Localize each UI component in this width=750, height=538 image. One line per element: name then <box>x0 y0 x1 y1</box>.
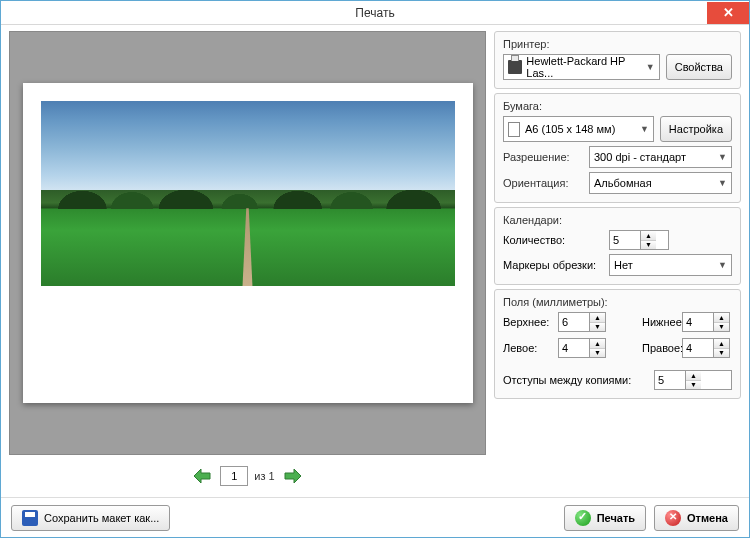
margin-bottom-spinner[interactable]: ▲▼ <box>682 312 730 332</box>
printer-select[interactable]: Hewlett-Packard HP Las... ▼ <box>503 54 660 80</box>
orientation-select[interactable]: Альбомная ▼ <box>589 172 732 194</box>
printer-group: Принтер: Hewlett-Packard HP Las... ▼ Сво… <box>494 31 741 89</box>
calendars-label: Календари: <box>503 214 732 226</box>
content-area: из 1 Принтер: Hewlett-Packard HP Las... … <box>1 25 749 497</box>
chevron-down-icon: ▼ <box>718 178 727 188</box>
gap-label: Отступы между копиями: <box>503 374 648 386</box>
spinner-down[interactable]: ▼ <box>714 323 729 332</box>
spinner-down[interactable]: ▼ <box>590 349 605 358</box>
arrow-right-icon <box>283 467 303 485</box>
paper-setup-button[interactable]: Настройка <box>660 116 732 142</box>
print-dialog: Печать ✕ из 1 Принтер: <box>0 0 750 538</box>
count-label: Количество: <box>503 234 603 246</box>
settings-pane: Принтер: Hewlett-Packard HP Las... ▼ Сво… <box>494 31 741 493</box>
margins-label: Поля (миллиметры): <box>503 296 732 308</box>
spinner-up[interactable]: ▲ <box>714 339 729 349</box>
spinner-up[interactable]: ▲ <box>590 339 605 349</box>
spinner-down[interactable]: ▼ <box>714 349 729 358</box>
page-of-text: из 1 <box>254 470 274 482</box>
chevron-down-icon: ▼ <box>718 152 727 162</box>
crop-select[interactable]: Нет ▼ <box>609 254 732 276</box>
spinner-down[interactable]: ▼ <box>590 323 605 332</box>
page-number-input[interactable] <box>220 466 248 486</box>
count-input[interactable] <box>610 231 640 249</box>
paper-select[interactable]: A6 (105 x 148 мм) ▼ <box>503 116 654 142</box>
printer-properties-button[interactable]: Свойства <box>666 54 732 80</box>
count-spinner[interactable]: ▲▼ <box>609 230 669 250</box>
gap-spinner[interactable]: ▲▼ <box>654 370 732 390</box>
chevron-down-icon: ▼ <box>718 260 727 270</box>
spinner-up[interactable]: ▲ <box>590 313 605 323</box>
next-page-button[interactable] <box>281 465 305 487</box>
margin-right-input[interactable] <box>683 339 713 357</box>
preview-image <box>41 101 455 286</box>
crop-label: Маркеры обрезки: <box>503 259 603 271</box>
margin-left-label: Левое: <box>503 342 558 354</box>
crop-value: Нет <box>614 259 633 271</box>
margin-right-label: Правое: <box>632 342 682 354</box>
margin-bottom-label: Нижнее: <box>632 316 682 328</box>
preview-frame <box>9 31 486 455</box>
spinner-down[interactable]: ▼ <box>641 241 656 250</box>
margin-right-spinner[interactable]: ▲▼ <box>682 338 730 358</box>
page-icon <box>508 122 520 137</box>
resolution-value: 300 dpi - стандарт <box>594 151 686 163</box>
gap-input[interactable] <box>655 371 685 389</box>
save-icon <box>22 510 38 526</box>
margin-top-label: Верхнее: <box>503 316 558 328</box>
margin-bottom-input[interactable] <box>683 313 713 331</box>
preview-page <box>23 83 473 403</box>
save-layout-button[interactable]: Сохранить макет как... <box>11 505 170 531</box>
orientation-label: Ориентация: <box>503 177 583 189</box>
prev-page-button[interactable] <box>190 465 214 487</box>
close-button[interactable]: ✕ <box>707 2 749 24</box>
footer: Сохранить макет как... Печать Отмена <box>1 497 749 537</box>
pager: из 1 <box>9 459 486 493</box>
paper-value: A6 (105 x 148 мм) <box>525 123 615 135</box>
margin-top-spinner[interactable]: ▲▼ <box>558 312 606 332</box>
chevron-down-icon: ▼ <box>640 124 649 134</box>
margin-left-spinner[interactable]: ▲▼ <box>558 338 606 358</box>
cancel-icon <box>665 510 681 526</box>
print-button[interactable]: Печать <box>564 505 646 531</box>
preview-pane: из 1 <box>9 31 486 493</box>
margin-top-input[interactable] <box>559 313 589 331</box>
spinner-up[interactable]: ▲ <box>714 313 729 323</box>
paper-label: Бумага: <box>503 100 732 112</box>
margins-group: Поля (миллиметры): Верхнее: ▲▼ Нижнее: ▲… <box>494 289 741 399</box>
spinner-down[interactable]: ▼ <box>686 381 701 390</box>
calendars-group: Календари: Количество: ▲▼ Маркеры обрезк… <box>494 207 741 285</box>
check-icon <box>575 510 591 526</box>
chevron-down-icon: ▼ <box>646 62 655 72</box>
orientation-value: Альбомная <box>594 177 652 189</box>
arrow-left-icon <box>192 467 212 485</box>
titlebar: Печать ✕ <box>1 1 749 25</box>
printer-value: Hewlett-Packard HP Las... <box>526 55 641 79</box>
printer-label: Принтер: <box>503 38 732 50</box>
spinner-up[interactable]: ▲ <box>686 371 701 381</box>
window-title: Печать <box>355 6 394 20</box>
resolution-select[interactable]: 300 dpi - стандарт ▼ <box>589 146 732 168</box>
printer-icon <box>508 60 522 74</box>
cancel-button[interactable]: Отмена <box>654 505 739 531</box>
margin-left-input[interactable] <box>559 339 589 357</box>
resolution-label: Разрешение: <box>503 151 583 163</box>
spinner-up[interactable]: ▲ <box>641 231 656 241</box>
paper-group: Бумага: A6 (105 x 148 мм) ▼ Настройка Ра… <box>494 93 741 203</box>
